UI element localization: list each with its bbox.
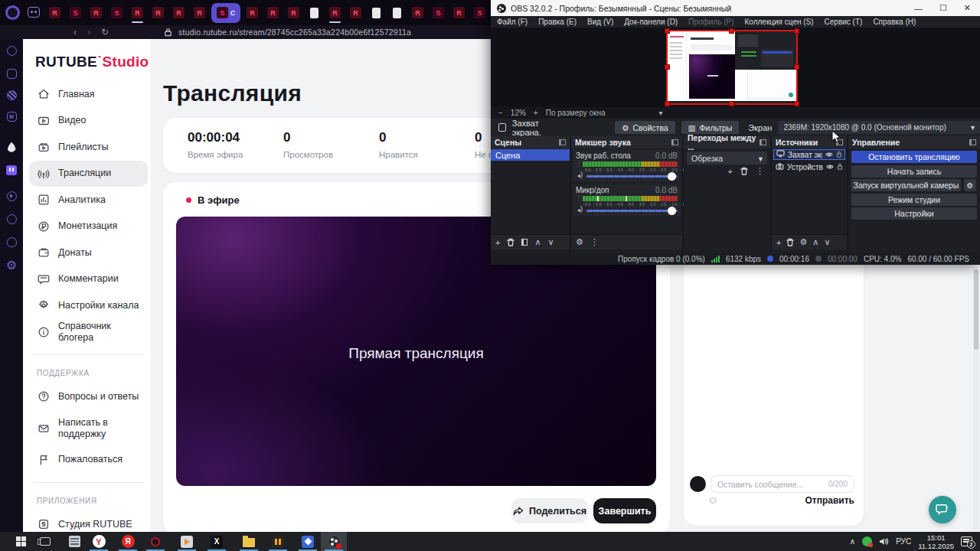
- m-icon[interactable]: M: [5, 110, 18, 122]
- taskbar-app-paused[interactable]: [265, 532, 291, 551]
- volume-slider-handle[interactable]: [668, 172, 676, 181]
- tab[interactable]: R: [242, 0, 263, 25]
- mixer-menu-icon[interactable]: ⋮: [590, 237, 599, 247]
- obs-preview-miniature[interactable]: [668, 31, 796, 103]
- taskbar-app-notes[interactable]: [61, 532, 87, 551]
- stripe-icon[interactable]: [5, 89, 18, 101]
- virtual-camera-settings-button[interactable]: ⚙: [964, 179, 976, 191]
- filters-button[interactable]: ▥Фильтры: [681, 121, 740, 134]
- antivirus-tray-icon[interactable]: [862, 536, 872, 546]
- obs-close-button[interactable]: ✕: [964, 3, 971, 13]
- reload-icon[interactable]: ↻: [101, 28, 109, 37]
- properties-button[interactable]: ⚙Свойства: [615, 121, 675, 134]
- opera-menu-icon[interactable]: [5, 5, 20, 20]
- whale-icon[interactable]: [5, 236, 18, 248]
- source-properties-button[interactable]: ⚙: [799, 237, 807, 247]
- tab[interactable]: R: [345, 0, 366, 25]
- tab[interactable]: R: [189, 0, 210, 25]
- source-item-camera[interactable]: Устройство за: [773, 161, 845, 172]
- zoom-in-button[interactable]: +: [534, 109, 538, 117]
- tab[interactable]: R: [86, 0, 106, 25]
- clock-icon[interactable]: [5, 44, 18, 57]
- scene-filters-button[interactable]: [521, 239, 528, 246]
- scene-list-item[interactable]: Сцена: [491, 149, 570, 161]
- control-button[interactable]: Настройки: [851, 207, 977, 220]
- sidebar-item-ruble[interactable]: Монетизация: [29, 214, 148, 240]
- speaker-icon[interactable]: [576, 173, 583, 179]
- share-button[interactable]: Поделиться: [511, 498, 588, 523]
- obs-menu-item[interactable]: Док-панели (D): [624, 18, 678, 26]
- chat-message-input[interactable]: Оставить сообщение... 0/200: [710, 475, 854, 493]
- tab[interactable]: R: [325, 0, 345, 25]
- sidebar-item-wallet[interactable]: Донаты: [29, 240, 148, 266]
- forward-icon[interactable]: ›: [87, 28, 90, 37]
- volume-slider[interactable]: [586, 210, 678, 212]
- control-button[interactable]: Остановить трансляцию: [851, 151, 977, 163]
- sidebar-item-info[interactable]: Справочник блогера: [29, 319, 148, 346]
- tray-expand-icon[interactable]: ∧: [850, 537, 855, 546]
- source-item-monitor[interactable]: Захват экрана: [773, 149, 845, 160]
- tab[interactable]: S: [106, 0, 127, 25]
- tab-active[interactable]: SC: [211, 3, 240, 23]
- tab[interactable]: R: [127, 0, 148, 25]
- taskbar-app-taskview[interactable]: [32, 532, 58, 551]
- control-button[interactable]: Режим студии: [851, 194, 977, 206]
- dock-icon[interactable]: [760, 139, 766, 145]
- keyboard-layout[interactable]: РУС: [896, 537, 911, 546]
- transition-props-button[interactable]: ⋮: [756, 166, 764, 176]
- obs-menu-item[interactable]: Файл (F): [497, 18, 528, 26]
- chat-fab-button[interactable]: [929, 496, 956, 523]
- gear-icon[interactable]: ⚙: [5, 259, 18, 271]
- taskbar-app-capcut[interactable]: X: [204, 532, 230, 551]
- tab[interactable]: R: [168, 0, 189, 25]
- fit-mode-select[interactable]: По размеру окна: [546, 109, 606, 117]
- flame-icon[interactable]: [5, 141, 18, 153]
- channel-grip[interactable]: ⋮⋮: [576, 197, 580, 201]
- obs-menu-item[interactable]: Коллекция сцен (S): [744, 18, 813, 26]
- emoji-icon[interactable]: ☺: [707, 494, 718, 506]
- obs-title-bar[interactable]: OBS 32.0.2 - Профиль: Безымянный - Сцены…: [491, 0, 980, 16]
- scene-down-button[interactable]: ∨: [548, 237, 554, 247]
- add-transition-button[interactable]: +: [728, 167, 733, 176]
- tab[interactable]: [304, 0, 325, 25]
- tab[interactable]: [387, 0, 407, 25]
- chat-icon[interactable]: [5, 67, 18, 80]
- lock-icon[interactable]: [164, 28, 172, 37]
- taskbar-app-start[interactable]: [8, 532, 34, 551]
- sidebar-item-mail[interactable]: Написать в поддержку: [29, 410, 148, 447]
- sidebar-item-live[interactable]: Трансляции: [29, 161, 148, 187]
- source-checkbox[interactable]: [498, 123, 506, 132]
- volume-tray-icon[interactable]: [879, 537, 889, 546]
- channel-grip[interactable]: ⋮⋮: [576, 162, 580, 166]
- sidebar-item-home[interactable]: Главная: [29, 81, 148, 108]
- add-scene-button[interactable]: +: [495, 238, 500, 247]
- remove-scene-button[interactable]: [507, 238, 514, 246]
- tab[interactable]: R: [449, 0, 469, 25]
- dock-icon[interactable]: [559, 139, 566, 145]
- play-icon[interactable]: [5, 190, 18, 202]
- obs-menu-item[interactable]: Справка (H): [873, 18, 916, 26]
- dock-icon[interactable]: [671, 139, 678, 145]
- taskbar-app-yandex[interactable]: Я: [115, 532, 141, 551]
- tab[interactable]: S: [65, 0, 86, 25]
- volume-slider-handle[interactable]: [668, 207, 676, 215]
- fit-caret-icon[interactable]: ▾: [659, 109, 663, 117]
- notifications-icon[interactable]: 2: [961, 536, 972, 546]
- zoom-out-button[interactable]: −: [498, 109, 503, 117]
- sidebar-item-video[interactable]: Видео: [29, 108, 148, 135]
- tab[interactable]: R: [263, 0, 283, 25]
- page-scrollbar-thumb[interactable]: [974, 269, 978, 350]
- taskbar-app-opera[interactable]: [142, 532, 168, 551]
- workspace-icon[interactable]: [28, 7, 40, 18]
- taskbar-app-blue-app[interactable]: [295, 532, 321, 551]
- url-text[interactable]: studio.rutube.ru/stream/28745cc265a33a22…: [178, 28, 411, 37]
- control-button[interactable]: Запуск виртуальной камеры: [851, 179, 961, 191]
- obs-menu-item[interactable]: Правка (E): [538, 18, 577, 26]
- tab[interactable]: S: [469, 0, 490, 25]
- sidebar-item-question[interactable]: Вопросы и ответы: [29, 383, 148, 410]
- volume-slider[interactable]: [586, 175, 678, 178]
- remove-source-button[interactable]: [786, 238, 794, 246]
- mixer-settings-icon[interactable]: ⚙: [576, 237, 583, 247]
- rutube-studio-logo[interactable]: RUTUBE˙Studio: [35, 54, 149, 70]
- visibility-icon[interactable]: [825, 151, 833, 159]
